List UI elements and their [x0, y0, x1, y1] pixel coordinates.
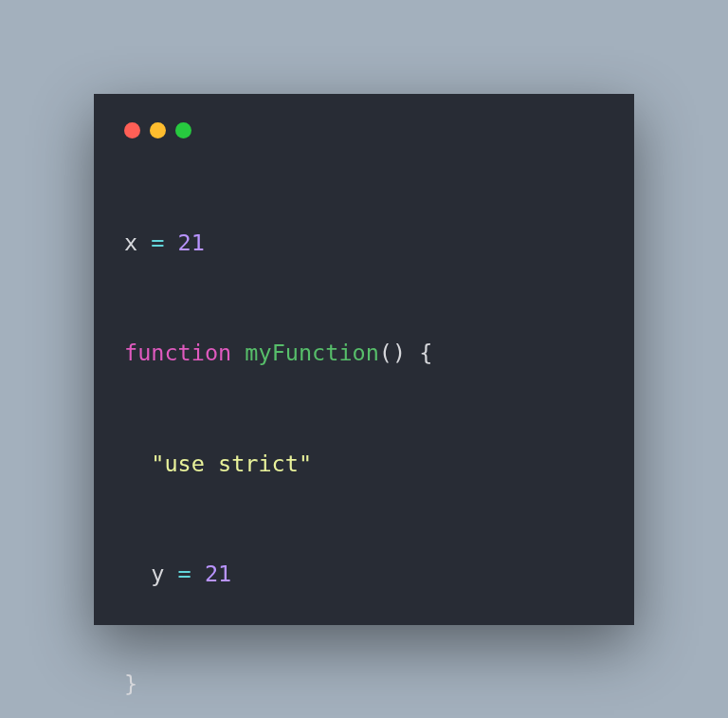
code-punct: }: [124, 671, 137, 697]
code-line: x = 21: [124, 230, 604, 257]
code-number: 21: [205, 561, 231, 587]
code-var: y: [151, 561, 164, 587]
window-traffic-lights: [124, 122, 604, 138]
code-block: x = 21 function myFunction() { "use stri…: [124, 175, 604, 719]
code-line: }: [124, 671, 604, 698]
maximize-icon[interactable]: [175, 122, 191, 138]
code-fn-name: myFunction: [245, 340, 378, 366]
code-editor-window: x = 21 function myFunction() { "use stri…: [94, 94, 634, 625]
code-operator: =: [137, 230, 177, 256]
code-keyword: function: [124, 340, 231, 366]
code-punct: () {: [379, 340, 433, 366]
code-var: x: [124, 230, 137, 256]
minimize-icon[interactable]: [150, 122, 166, 138]
code-line: function myFunction() {: [124, 340, 604, 367]
close-icon[interactable]: [124, 122, 140, 138]
code-space: [231, 340, 245, 366]
code-operator: =: [164, 561, 204, 587]
code-line: y = 21: [124, 561, 604, 588]
code-string: "use strict": [151, 451, 312, 477]
code-line: "use strict": [124, 451, 604, 478]
code-number: 21: [178, 230, 205, 256]
